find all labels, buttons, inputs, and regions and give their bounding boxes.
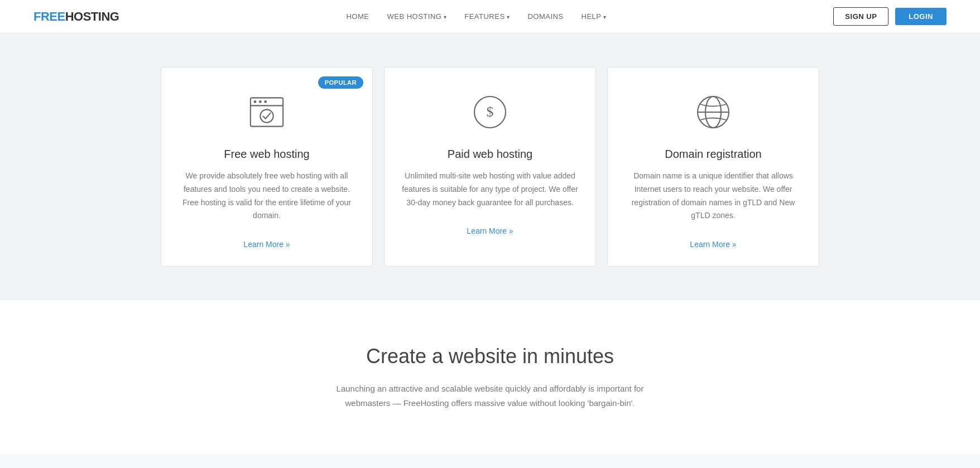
cta-title: Create a website in minutes bbox=[33, 345, 947, 368]
nav-domains[interactable]: DOMAINS bbox=[527, 12, 563, 21]
cards-container: POPULAR Free web hosting We provide abso… bbox=[155, 67, 825, 267]
site-logo: FREEHOSTING bbox=[33, 9, 119, 24]
svg-point-4 bbox=[264, 100, 267, 103]
main-nav: HOME WEB HOSTING FEATURES DOMAINS HELP bbox=[346, 12, 606, 21]
cta-section: Create a website in minutes Launching an… bbox=[0, 300, 980, 455]
card-domain-desc: Domain name is a unique identifier that … bbox=[624, 170, 802, 223]
browser-check-icon bbox=[244, 90, 289, 134]
card-paid-hosting-title: Paid web hosting bbox=[401, 148, 579, 161]
card-paid-hosting: $ Paid web hosting Unlimited multi-site … bbox=[384, 67, 596, 267]
svg-text:$: $ bbox=[487, 104, 494, 120]
login-button[interactable]: LOGIN bbox=[895, 8, 947, 25]
logo-free: FREE bbox=[33, 9, 65, 23]
nav-web-hosting[interactable]: WEB HOSTING bbox=[387, 12, 446, 21]
card-free-hosting-desc: We provide absolutely free web hosting w… bbox=[178, 170, 356, 223]
site-header: FREEHOSTING HOME WEB HOSTING FEATURES DO… bbox=[0, 0, 980, 33]
svg-point-3 bbox=[259, 100, 262, 103]
card-paid-hosting-link[interactable]: Learn More » bbox=[467, 226, 513, 235]
card-free-hosting-title: Free web hosting bbox=[178, 148, 356, 161]
cards-section: POPULAR Free web hosting We provide abso… bbox=[0, 33, 980, 300]
card-free-hosting: POPULAR Free web hosting We provide abso… bbox=[161, 67, 373, 267]
nav-help[interactable]: HELP bbox=[582, 12, 607, 21]
card-domain-link[interactable]: Learn More » bbox=[690, 240, 736, 249]
dollar-circle-icon: $ bbox=[468, 90, 512, 134]
header-buttons: SIGN UP LOGIN bbox=[833, 7, 947, 26]
card-paid-hosting-desc: Unlimited multi-site web hosting with va… bbox=[401, 170, 579, 209]
nav-home[interactable]: HOME bbox=[346, 12, 369, 21]
signup-button[interactable]: SIGN UP bbox=[833, 7, 888, 26]
svg-point-2 bbox=[254, 100, 257, 103]
popular-badge: POPULAR bbox=[318, 76, 363, 89]
svg-point-5 bbox=[260, 109, 273, 122]
logo-hosting: HOSTING bbox=[65, 9, 119, 23]
card-free-hosting-link[interactable]: Learn More » bbox=[243, 240, 290, 249]
card-domain-registration: Domain registration Domain name is a uni… bbox=[607, 67, 819, 267]
card-domain-title: Domain registration bbox=[624, 148, 802, 161]
nav-features[interactable]: FEATURES bbox=[464, 12, 510, 21]
globe-icon bbox=[691, 90, 736, 134]
cta-description: Launching an attractive and scalable web… bbox=[317, 382, 663, 410]
